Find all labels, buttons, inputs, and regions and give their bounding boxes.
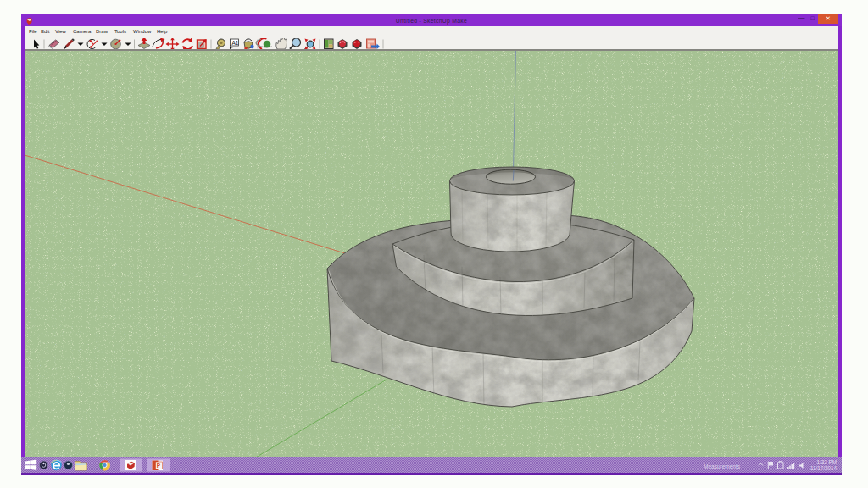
- svg-text:P: P: [157, 463, 161, 469]
- svg-text:A1: A1: [232, 40, 239, 46]
